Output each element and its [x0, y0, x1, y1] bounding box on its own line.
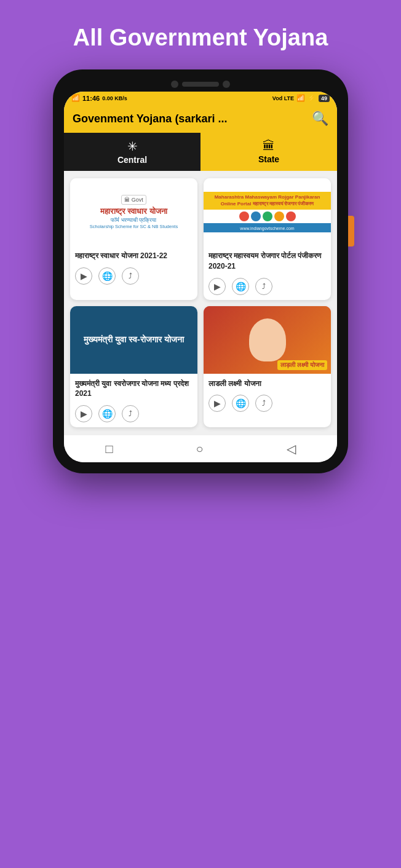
- girl-illustration: [249, 318, 286, 361]
- card-2-globe-btn[interactable]: 🌐: [232, 278, 249, 295]
- front-camera-2: [223, 81, 230, 88]
- card-3-play-btn[interactable]: ▶: [75, 405, 92, 422]
- logo-4: [274, 211, 284, 221]
- card-1-hindi-subtitle: फॉर्म भरण्याची प्रक्रिया: [111, 217, 156, 224]
- card-3-share-btn[interactable]: ⤴: [122, 405, 139, 422]
- card-1-share-btn[interactable]: ⤴: [122, 267, 139, 285]
- nav-back-btn[interactable]: ◁: [287, 441, 296, 456]
- card-3-title: मुख्यमंत्री युवा स्वरोजगार योजना मध्य प्…: [75, 379, 193, 400]
- tab-bar: ✳ Central 🏛 State: [64, 133, 337, 171]
- card-3-globe-btn[interactable]: 🌐: [98, 405, 116, 422]
- card-1-actions: ▶ 🌐 ⤴: [75, 265, 193, 286]
- card-2-title: महाराष्ट्र महास्वयम रोजगार पोर्टल पंजीकर…: [208, 251, 326, 272]
- signal-icon: 📶: [71, 94, 80, 102]
- govt-logo: 🏛 Govt: [121, 195, 146, 205]
- wifi-icon: 📶: [296, 94, 305, 102]
- card-2-actions: ▶ 🌐 ⤴: [208, 275, 326, 296]
- nav-square-btn[interactable]: □: [105, 442, 113, 456]
- card-2-play-btn[interactable]: ▶: [208, 278, 226, 295]
- card-2-share-btn[interactable]: ⤴: [255, 278, 272, 295]
- phone-screen: 📶 11:46 0.00 KB/s Vod LTE 📶 ⚡ 49 Govenme…: [64, 92, 337, 462]
- card-4-title: लाडली लक्ष्मी योजना: [208, 379, 326, 389]
- tab-state[interactable]: 🏛 State: [200, 133, 337, 171]
- time-display: 11:46: [82, 95, 100, 102]
- tab-central[interactable]: ✳ Central: [64, 133, 200, 171]
- card-4-image: लाड़ली लक्ष्मी योजना: [204, 306, 331, 374]
- data-speed: 0.00 KB/s: [102, 95, 127, 101]
- state-tab-icon: 🏛: [263, 139, 275, 153]
- phone-speaker: [182, 82, 219, 87]
- app-bar-title: Govenment Yojana (sarkari ...: [73, 112, 312, 125]
- nav-home-btn[interactable]: ○: [196, 442, 204, 456]
- card-4-bg: लाड़ली लक्ष्मी योजना: [204, 306, 331, 374]
- laadli-label: लाड़ली लक्ष्मी योजना: [277, 360, 327, 370]
- card-1-title: महाराष्ट्र स्वाधार योजना 2021-22: [75, 251, 193, 261]
- phone-frame: 📶 11:46 0.00 KB/s Vod LTE 📶 ⚡ 49 Govenme…: [53, 69, 348, 473]
- phone-notch: [64, 81, 337, 88]
- card-2-bottom-bar: www.indiangovtscheme.com: [204, 223, 331, 232]
- card-2: Maharashtra Mahaswayam Rojgar Panjikaran…: [204, 178, 331, 300]
- logo-3: [263, 211, 272, 221]
- state-tab-label: State: [258, 154, 279, 164]
- card-4-content: लाडली लक्ष्मी योजना ▶ 🌐 ⤴: [204, 374, 331, 417]
- card-4-actions: ▶ 🌐 ⤴: [208, 392, 326, 413]
- card-1: 🏛 Govt महाराष्ट्र स्वाधार योजना फॉर्म भर…: [70, 178, 197, 300]
- lte-label: Vod LTE: [272, 95, 294, 101]
- logo-2: [251, 211, 261, 221]
- card-1-play-btn[interactable]: ▶: [75, 267, 92, 285]
- app-bar: Govenment Yojana (sarkari ... 🔍: [64, 105, 337, 133]
- card-3-image: मुख्यमंत्री युवा स्व-रोजगार योजना: [70, 306, 197, 374]
- card-2-logos: [237, 210, 298, 223]
- card-1-globe-btn[interactable]: 🌐: [98, 267, 116, 285]
- lightning-icon: ⚡: [308, 94, 316, 102]
- side-decoration-right: [348, 216, 354, 247]
- cards-grid: 🏛 Govt महाराष्ट्र स्वाधार योजना फॉर्म भर…: [64, 171, 337, 435]
- logo-1: [239, 211, 249, 221]
- search-button[interactable]: 🔍: [312, 111, 328, 127]
- central-tab-label: Central: [117, 155, 147, 165]
- status-bar: 📶 11:46 0.00 KB/s Vod LTE 📶 ⚡ 49: [64, 92, 337, 105]
- card-3-mukhya-title: मुख्यमंत्री युवा स्व-रोजगार योजना: [80, 334, 187, 346]
- central-tab-icon: ✳: [127, 139, 138, 154]
- battery-level: 49: [319, 95, 330, 102]
- card-2-image: Maharashtra Mahaswayam Rojgar Panjikaran…: [204, 178, 331, 246]
- card-4-globe-btn[interactable]: 🌐: [232, 395, 249, 412]
- card-1-scholarship: Scholarship Scheme for SC & NB Students: [90, 224, 178, 229]
- card-2-top-banner: Maharashtra Mahaswayam Rojgar Panjikaran…: [204, 192, 331, 210]
- logo-5: [286, 211, 296, 221]
- bottom-navigation: □ ○ ◁: [64, 435, 337, 462]
- card-1-content: महाराष्ट्र स्वाधार योजना 2021-22 ▶ 🌐 ⤴: [70, 246, 197, 290]
- card-3-actions: ▶ 🌐 ⤴: [75, 403, 193, 424]
- card-4-share-btn[interactable]: ⤴: [255, 395, 272, 412]
- card-3: मुख्यमंत्री युवा स्व-रोजगार योजना मुख्यम…: [70, 306, 197, 428]
- card-1-image: 🏛 Govt महाराष्ट्र स्वाधार योजना फॉर्म भर…: [70, 178, 197, 246]
- card-2-content: महाराष्ट्र महास्वयम रोजगार पोर्टल पंजीकर…: [204, 246, 331, 300]
- front-camera: [171, 81, 178, 88]
- status-left: 📶 11:46 0.00 KB/s: [71, 94, 127, 102]
- status-right: Vod LTE 📶 ⚡ 49: [272, 94, 330, 102]
- card-1-hindi-title: महाराष्ट्र स्वाधार योजना: [100, 207, 167, 217]
- card-2-top-text: Maharashtra Mahaswayam Rojgar Panjikaran…: [207, 194, 327, 207]
- card-4: लाड़ली लक्ष्मी योजना लाडली लक्ष्मी योजना…: [204, 306, 331, 428]
- card-2-website: www.indiangovtscheme.com: [240, 226, 294, 231]
- card-4-play-btn[interactable]: ▶: [208, 395, 226, 412]
- card-3-content: मुख्यमंत्री युवा स्वरोजगार योजना मध्य प्…: [70, 374, 197, 428]
- page-title: All Government Yojana: [61, 25, 341, 51]
